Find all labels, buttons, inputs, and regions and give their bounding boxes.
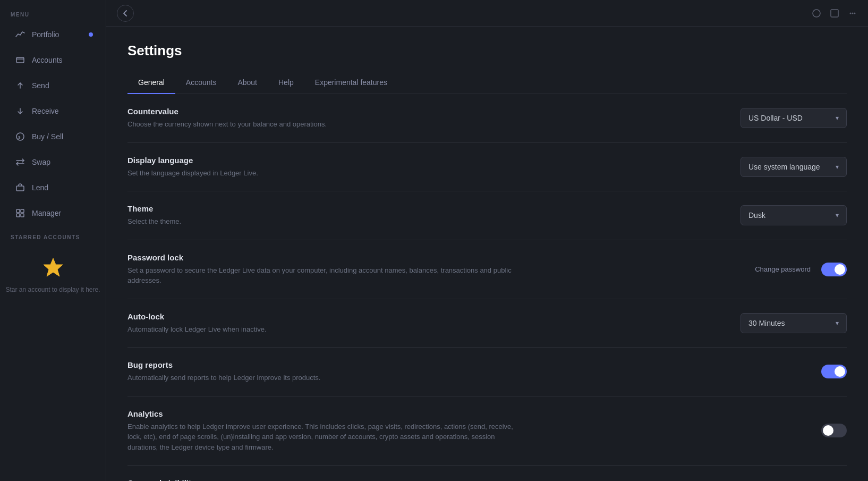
- topbar-right: [812, 9, 857, 18]
- topbar: [106, 0, 868, 27]
- display-language-arrow: ▾: [836, 163, 839, 171]
- star-icon-large[interactable]: [40, 255, 66, 281]
- buy-sell-label: Buy / Sell: [32, 132, 63, 141]
- theme-info: Theme Select the theme.: [127, 204, 526, 227]
- display-language-dropdown[interactable]: Use system language ▾: [741, 157, 847, 177]
- svg-rect-10: [21, 214, 24, 217]
- svg-point-14: [850, 12, 852, 14]
- sidebar-item-swap[interactable]: Swap: [4, 150, 101, 174]
- bug-reports-info: Bug reports Automatically send reports t…: [127, 360, 526, 383]
- starred-empty: Star an account to display it here.: [0, 244, 106, 304]
- svg-point-16: [854, 12, 856, 14]
- swap-icon: [15, 157, 25, 167]
- svg-rect-7: [16, 209, 20, 213]
- change-password-button[interactable]: Change password: [755, 265, 811, 273]
- svg-rect-0: [16, 57, 24, 63]
- lend-label: Lend: [32, 183, 48, 192]
- bug-reports-row: Bug reports Automatically send reports t…: [127, 348, 847, 396]
- tab-accounts[interactable]: Accounts: [175, 72, 227, 94]
- accounts-label: Accounts: [32, 56, 63, 64]
- countervalue-info: Countervalue Choose the currency shown n…: [127, 107, 526, 130]
- analytics-row: Analytics Enable analytics to help Ledge…: [127, 396, 847, 466]
- topbar-icon-2: [830, 9, 839, 18]
- tab-experimental[interactable]: Experimental features: [304, 72, 398, 94]
- analytics-title: Analytics: [127, 409, 526, 418]
- countervalue-dropdown[interactable]: US Dollar - USD ▾: [741, 108, 847, 128]
- countervalue-dropdown-arrow: ▾: [836, 114, 839, 122]
- lend-icon: [15, 182, 25, 193]
- send-label: Send: [32, 81, 49, 90]
- sidebar: MENU Portfolio Accounts Send: [0, 0, 106, 481]
- sidebar-item-portfolio[interactable]: Portfolio: [4, 23, 101, 46]
- analytics-toggle-knob: [823, 425, 833, 436]
- theme-arrow: ▾: [836, 212, 839, 219]
- tab-help[interactable]: Help: [268, 72, 304, 94]
- display-language-row: Display language Set the language displa…: [127, 143, 847, 192]
- sidebar-item-buy-sell[interactable]: $ Buy / Sell: [4, 125, 101, 148]
- bug-reports-desc: Automatically send reports to help Ledge…: [127, 373, 526, 383]
- bug-reports-toggle[interactable]: [821, 365, 847, 378]
- topbar-icon-1: [812, 9, 821, 18]
- auto-lock-title: Auto-lock: [127, 312, 526, 321]
- svg-rect-8: [21, 209, 24, 213]
- theme-value: Dusk: [748, 211, 765, 220]
- menu-label: MENU: [0, 5, 106, 22]
- topbar-icon-3: [848, 9, 857, 18]
- analytics-toggle[interactable]: [821, 424, 847, 437]
- auto-lock-desc: Automatically lock Ledger Live when inac…: [127, 324, 526, 335]
- svg-point-12: [813, 10, 820, 17]
- password-lock-row: Password lock Set a password to secure t…: [127, 240, 847, 299]
- content-area: Settings General Accounts About Help Exp…: [106, 27, 868, 481]
- settings-tabs: General Accounts About Help Experimental…: [127, 72, 847, 94]
- auto-lock-control: 30 Minutes ▾: [741, 313, 847, 333]
- display-language-title: Display language: [127, 156, 526, 165]
- portfolio-notification-dot: [89, 32, 93, 37]
- sidebar-item-receive[interactable]: Receive: [4, 99, 101, 123]
- countervalue-control: US Dollar - USD ▾: [741, 108, 847, 128]
- password-lock-toggle-knob: [835, 264, 845, 275]
- theme-dropdown[interactable]: Dusk ▾: [741, 205, 847, 225]
- accounts-icon: [15, 55, 25, 65]
- theme-desc: Select the theme.: [127, 216, 526, 227]
- theme-title: Theme: [127, 204, 526, 213]
- bug-reports-title: Bug reports: [127, 360, 526, 369]
- bug-reports-toggle-knob: [835, 366, 845, 377]
- display-language-control: Use system language ▾: [741, 157, 847, 177]
- countervalue-value: US Dollar - USD: [748, 114, 803, 122]
- receive-icon: [15, 106, 25, 116]
- receive-label: Receive: [32, 107, 59, 115]
- tab-general[interactable]: General: [127, 72, 175, 94]
- auto-lock-arrow: ▾: [836, 319, 839, 327]
- buy-sell-icon: $: [15, 131, 25, 142]
- password-lock-control: Change password: [755, 263, 847, 276]
- sidebar-item-lend[interactable]: Lend: [4, 176, 101, 199]
- portfolio-label: Portfolio: [32, 30, 59, 39]
- tab-about[interactable]: About: [227, 72, 268, 94]
- page-title: Settings: [127, 43, 847, 59]
- auto-lock-info: Auto-lock Automatically lock Ledger Live…: [127, 312, 526, 335]
- back-button[interactable]: [117, 5, 134, 22]
- manager-label: Manager: [32, 209, 61, 217]
- sidebar-item-manager[interactable]: Manager: [4, 201, 101, 225]
- analytics-desc: Enable analytics to help Ledger improve …: [127, 421, 526, 453]
- password-lock-desc: Set a password to secure the Ledger Live…: [127, 265, 526, 286]
- auto-lock-dropdown[interactable]: 30 Minutes ▾: [741, 313, 847, 333]
- sidebar-item-accounts[interactable]: Accounts: [4, 48, 101, 72]
- svg-rect-13: [831, 10, 838, 17]
- countervalue-row: Countervalue Choose the currency shown n…: [127, 94, 847, 143]
- portfolio-icon: [15, 29, 25, 40]
- svg-marker-11: [44, 258, 63, 276]
- countervalue-desc: Choose the currency shown next to your b…: [127, 119, 526, 130]
- display-language-value: Use system language: [748, 163, 820, 171]
- bug-reports-control: [821, 365, 847, 378]
- theme-row: Theme Select the theme. Dusk ▾: [127, 191, 847, 240]
- svg-rect-6: [16, 186, 24, 191]
- send-icon: [15, 80, 25, 91]
- sidebar-item-send[interactable]: Send: [4, 74, 101, 97]
- carousel-visibility-row: Carousel visibility Enable visibility of…: [127, 466, 847, 481]
- starred-accounts-label: STARRED ACCOUNTS: [0, 226, 106, 244]
- theme-control: Dusk ▾: [741, 205, 847, 225]
- analytics-info: Analytics Enable analytics to help Ledge…: [127, 409, 526, 453]
- password-lock-toggle[interactable]: [821, 263, 847, 276]
- countervalue-title: Countervalue: [127, 107, 526, 116]
